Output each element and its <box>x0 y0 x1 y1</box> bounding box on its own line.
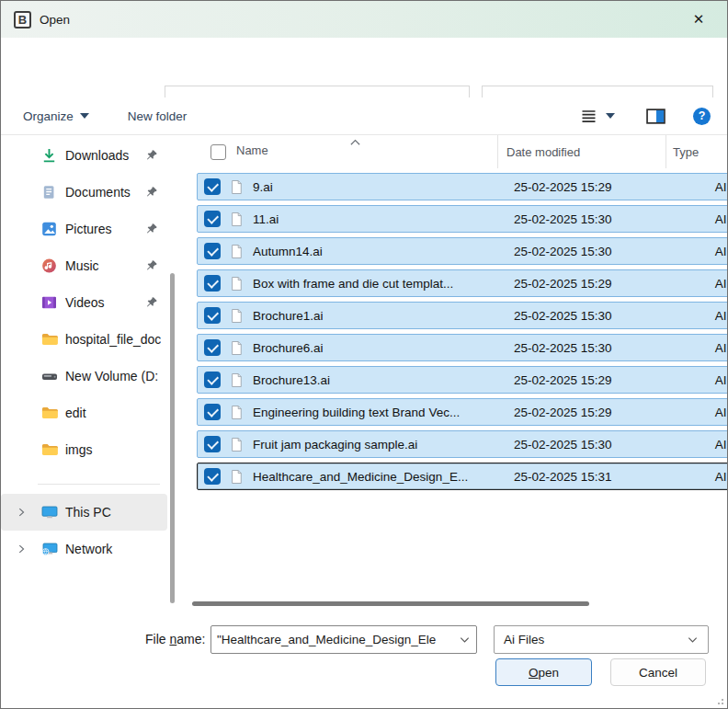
row-checkbox-checked[interactable] <box>204 243 221 259</box>
sidebar-item-edit[interactable]: edit <box>1 395 188 431</box>
chevron-down-icon[interactable] <box>459 634 471 646</box>
row-checkbox-checked[interactable] <box>204 468 221 485</box>
sidebar-item-hospital-folder[interactable]: hospital_file_doc <box>1 321 188 358</box>
file-name: 9.ai <box>253 180 505 194</box>
file-name: Engineering building text Brand Vec... <box>253 406 505 419</box>
file-name: Brochure1.ai <box>253 309 505 323</box>
file-row[interactable]: Engineering building text Brand Vec... 2… <box>197 398 727 426</box>
open-button[interactable]: Open <box>495 658 592 686</box>
open-file-dialog: B Open ✕ ← → ↑ « New ... smaple_ai... <box>0 0 728 709</box>
file-row[interactable]: Brochure1.ai 25-02-2025 15:30 AI File <box>197 302 727 329</box>
file-date: 25-02-2025 15:30 <box>514 341 691 355</box>
file-type-value: Ai Files <box>504 633 687 646</box>
file-name-combobox[interactable]: "Healthcare_and_Medicine_Design_Ele <box>210 625 477 654</box>
chevron-down-icon[interactable] <box>687 634 699 646</box>
sidebar-item-videos[interactable]: Videos <box>1 284 188 321</box>
file-type: AI File <box>700 341 727 355</box>
file-type: AI File <box>700 245 727 258</box>
row-checkbox-checked[interactable] <box>204 178 221 195</box>
pin-icon <box>145 259 158 272</box>
file-icon <box>230 212 243 227</box>
file-row[interactable]: Autumn14.ai 25-02-2025 15:30 AI File <box>197 237 727 265</box>
file-type: AI File <box>700 277 727 291</box>
row-checkbox-checked[interactable] <box>204 211 221 227</box>
file-row[interactable]: 11.ai 25-02-2025 15:30 AI File <box>197 205 727 233</box>
row-checkbox-checked[interactable] <box>204 404 221 420</box>
file-row[interactable]: Brochure6.ai 25-02-2025 15:30 AI File <box>197 334 727 361</box>
file-icon <box>230 308 243 324</box>
select-all-checkbox[interactable] <box>210 144 226 160</box>
cancel-label: Cancel <box>639 666 677 680</box>
file-name-label: File name: <box>145 625 205 653</box>
navigation-sidebar: Downloads Documents Pictures <box>1 135 188 613</box>
cancel-button[interactable]: Cancel <box>610 658 706 686</box>
organize-button[interactable]: Organize <box>23 109 89 123</box>
pin-icon <box>145 149 158 162</box>
file-row[interactable]: Box with frame and die cut templat... 25… <box>197 269 727 297</box>
new-folder-button[interactable]: New folder <box>128 109 188 123</box>
file-type-select[interactable]: Ai Files <box>494 625 709 654</box>
file-date: 25-02-2025 15:30 <box>514 212 691 226</box>
sort-ascending-icon[interactable] <box>349 135 361 149</box>
file-date: 25-02-2025 15:30 <box>514 438 691 452</box>
window-title: Open <box>40 13 70 27</box>
folder-icon <box>41 333 58 347</box>
file-date: 25-02-2025 15:30 <box>514 309 691 323</box>
file-row-focused[interactable]: Healthcare_and_Medicine_Design_E... 25-0… <box>197 463 727 490</box>
row-checkbox-checked[interactable] <box>204 372 221 388</box>
resize-grip[interactable] <box>714 695 723 704</box>
file-name: Fruit jam packaging sample.ai <box>253 438 505 452</box>
views-dropdown-icon[interactable] <box>606 113 615 119</box>
chevron-right-icon[interactable] <box>16 507 27 518</box>
help-button[interactable]: ? <box>693 108 711 125</box>
sidebar-item-documents[interactable]: Documents <box>1 174 188 211</box>
navigation-bar: ← → ↑ « New ... smaple_ai... <box>1 38 727 97</box>
sidebar-item-network[interactable]: Network <box>1 531 167 567</box>
pin-icon <box>145 296 158 309</box>
open-label-accesskey: O <box>529 666 539 680</box>
file-type: AI File <box>700 406 727 419</box>
drive-icon <box>41 370 58 383</box>
folder-icon <box>41 406 58 420</box>
file-icon <box>230 405 243 420</box>
file-row[interactable]: Fruit jam packaging sample.ai 25-02-2025… <box>197 430 727 458</box>
file-name-label-post: ame: <box>176 632 205 646</box>
row-checkbox-checked[interactable] <box>204 275 221 292</box>
sidebar-item-label: New Volume (D: <box>65 369 158 383</box>
app-icon: B <box>14 11 31 29</box>
row-checkbox-checked[interactable] <box>204 307 221 324</box>
sidebar-scrollbar[interactable] <box>170 273 175 603</box>
column-header-name[interactable]: Name <box>236 143 268 157</box>
column-header-date-modified[interactable]: Date modified <box>497 135 665 168</box>
row-checkbox-checked[interactable] <box>204 436 221 452</box>
file-name: Healthcare_and_Medicine_Design_E... <box>253 470 505 484</box>
sidebar-item-this-pc[interactable]: This PC <box>1 494 167 531</box>
sidebar-item-downloads[interactable]: Downloads <box>1 137 188 174</box>
close-button[interactable]: ✕ <box>683 6 714 33</box>
chevron-right-icon[interactable] <box>16 543 27 555</box>
column-header-type[interactable]: Type <box>665 135 727 168</box>
file-date: 25-02-2025 15:31 <box>514 470 691 484</box>
pin-icon <box>145 223 158 235</box>
file-icon <box>230 276 243 292</box>
sidebar-item-label: Videos <box>65 295 105 310</box>
toolbar-right-group: ? <box>580 108 711 125</box>
sidebar-item-imgs[interactable]: imgs <box>1 431 188 468</box>
documents-icon <box>41 185 56 200</box>
sidebar-item-pictures[interactable]: Pictures <box>1 211 188 247</box>
file-rows: 9.ai 25-02-2025 15:29 AI File 11.ai 25-0… <box>197 173 727 495</box>
pin-icon <box>145 186 158 199</box>
horizontal-scrollbar[interactable] <box>192 601 589 606</box>
list-view-icon[interactable] <box>580 109 597 124</box>
file-type: AI File <box>700 180 727 194</box>
file-row[interactable]: Brochure13.ai 25-02-2025 15:29 AI File <box>197 366 727 394</box>
sidebar-item-new-volume[interactable]: New Volume (D: <box>1 358 188 395</box>
sidebar-item-label: hospital_file_doc <box>65 332 161 347</box>
row-checkbox-checked[interactable] <box>204 339 221 356</box>
downloads-icon <box>41 148 57 164</box>
sidebar-item-music[interactable]: Music <box>1 247 188 284</box>
file-name: Box with frame and die cut templat... <box>253 277 505 291</box>
pictures-icon <box>41 222 57 237</box>
file-row[interactable]: 9.ai 25-02-2025 15:29 AI File <box>197 173 727 200</box>
preview-pane-toggle[interactable] <box>646 109 665 124</box>
